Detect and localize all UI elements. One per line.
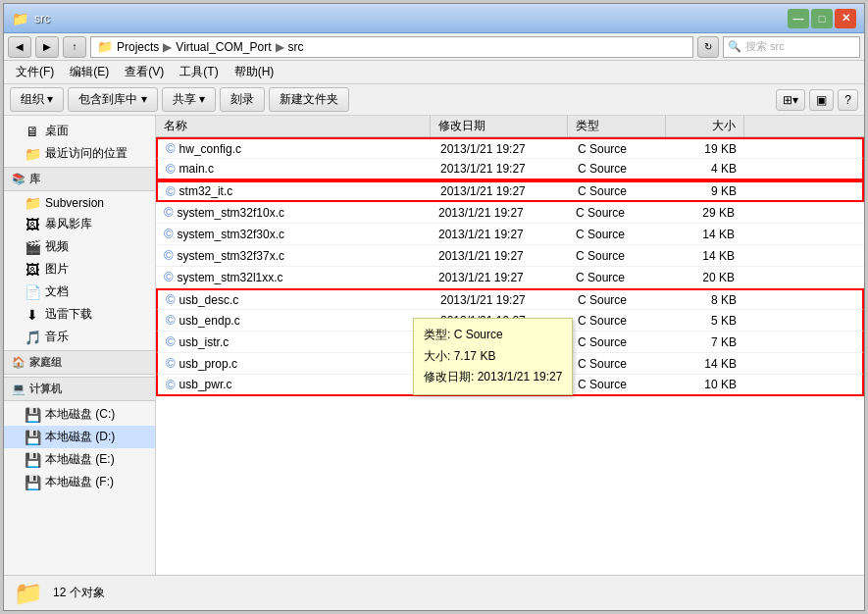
docs-icon: 📄	[26, 285, 39, 299]
sep2: ▶	[276, 40, 284, 54]
sidebar-item-diskd[interactable]: 💾 本地磁盘 (D:)	[4, 426, 155, 448]
menu-tools[interactable]: 工具(T)	[172, 62, 226, 82]
table-row[interactable]: © system_stm32l1xx.c 2013/1/21 19:27 C S…	[156, 267, 864, 288]
sidebar-item-xunlei[interactable]: ⬇ 迅雷下载	[4, 303, 155, 326]
new-folder-label: 新建文件夹	[280, 91, 338, 108]
table-row[interactable]: © main.c 2013/1/21 19:27 C Source 4 KB	[156, 159, 864, 180]
search-icon: 🔍	[728, 40, 741, 53]
file-cell-size: 5 KB	[668, 314, 746, 328]
path-projects[interactable]: Projects	[117, 40, 159, 54]
sidebar-diskf-label: 本地磁盘 (F:)	[45, 474, 114, 490]
homegroup-label: 家庭组	[29, 355, 62, 370]
tooltip-type: 类型: C Source	[424, 325, 562, 346]
file-cell-size: 14 KB	[666, 249, 744, 263]
file-cell-size: 10 KB	[668, 378, 746, 391]
filelist-scroll[interactable]: © hw_config.c 2013/1/21 19:27 C Source 1…	[156, 137, 864, 575]
recent-icon: 📁	[26, 147, 39, 161]
path-virtualcomport[interactable]: Virtual_COM_Port	[176, 40, 271, 54]
sidebar-item-music[interactable]: 🎵 音乐	[4, 326, 155, 348]
back-button[interactable]: ◀	[8, 36, 31, 58]
table-row[interactable]: © usb_endp.c 2013/1/21 19:27 C Source 5 …	[156, 310, 864, 332]
explorer-window: 📁 src — □ ✕ ◀ ▶ ↑ 📁 Projects ▶ Virtual_C…	[3, 3, 865, 611]
file-cell-date: 2013/1/21 19:27	[433, 162, 570, 176]
library-icon: 📚	[12, 173, 26, 185]
toolbar: 组织 ▾ 包含到库中 ▾ 共享 ▾ 刻录 新建文件夹 ⊞▾ ▣ ?	[4, 84, 864, 116]
folder-icon: 📁	[12, 11, 28, 26]
sidebar-desktop-label: 桌面	[45, 123, 69, 139]
sidebar-item-subversion[interactable]: 📁 Subversion	[4, 193, 155, 213]
col-header-date[interactable]: 修改日期	[431, 116, 568, 136]
menu-view[interactable]: 查看(V)	[117, 62, 172, 82]
file-name: usb_prop.c	[179, 357, 237, 371]
c-file-icon: ©	[166, 378, 176, 392]
new-folder-button[interactable]: 新建文件夹	[269, 87, 349, 112]
table-row[interactable]: © stm32_it.c 2013/1/21 19:27 C Source 9 …	[156, 180, 864, 202]
file-cell-date: 2013/1/21 19:27	[431, 249, 568, 263]
col-header-size[interactable]: 大小	[666, 116, 744, 136]
file-name: usb_istr.c	[179, 335, 230, 349]
library-label: 库	[29, 172, 40, 186]
sidebar-item-desktop[interactable]: 🖥 桌面	[4, 120, 155, 142]
diske-icon: 💾	[26, 453, 39, 467]
sidebar-video-label: 视频	[45, 238, 69, 255]
sidebar-item-diskc[interactable]: 💾 本地磁盘 (C:)	[4, 403, 155, 426]
file-cell-type: C Source	[570, 357, 668, 371]
file-cell-name: © system_stm32f37x.c	[156, 248, 431, 263]
minimize-button[interactable]: —	[788, 9, 809, 28]
maximize-button[interactable]: □	[811, 9, 833, 28]
sep1: ▶	[163, 40, 172, 54]
sidebar-item-recent[interactable]: 📁 最近访问的位置	[4, 142, 155, 165]
path-src[interactable]: src	[288, 40, 304, 54]
table-row[interactable]: © hw_config.c 2013/1/21 19:27 C Source 1…	[156, 137, 864, 159]
file-name: usb_endp.c	[179, 314, 240, 328]
table-row[interactable]: © system_stm32f37x.c 2013/1/21 19:27 C S…	[156, 245, 864, 267]
forward-button[interactable]: ▶	[35, 36, 59, 58]
up-button[interactable]: ↑	[63, 36, 86, 58]
sidebar-music-label: 音乐	[45, 329, 69, 345]
sidebar-item-storm[interactable]: 🖼 暴风影库	[4, 213, 155, 235]
burn-button[interactable]: 刻录	[220, 87, 265, 112]
address-path[interactable]: 📁 Projects ▶ Virtual_COM_Port ▶ src	[90, 36, 693, 58]
sidebar-recent-label: 最近访问的位置	[45, 145, 128, 162]
table-row[interactable]: © system_stm32f30x.c 2013/1/21 19:27 C S…	[156, 224, 864, 245]
sidebar-storm-label: 暴风影库	[45, 216, 92, 232]
sidebar-item-diske[interactable]: 💾 本地磁盘 (E:)	[4, 448, 155, 471]
file-cell-type: C Source	[568, 271, 666, 284]
c-file-icon: ©	[166, 141, 176, 156]
close-button[interactable]: ✕	[835, 9, 856, 28]
organize-button[interactable]: 组织 ▾	[10, 87, 64, 112]
menu-edit[interactable]: 编辑(E)	[62, 62, 117, 82]
view-toggle-button[interactable]: ⊞▾	[776, 89, 805, 111]
filelist-header: 名称 修改日期 类型 大小	[156, 116, 864, 137]
table-row[interactable]: © system_stm32f10x.c 2013/1/21 19:27 C S…	[156, 202, 864, 224]
file-cell-name: © system_stm32f10x.c	[156, 205, 431, 220]
table-row[interactable]: © usb_desc.c 2013/1/21 19:27 C Source 8 …	[156, 288, 864, 310]
c-file-icon: ©	[166, 184, 176, 199]
file-cell-size: 4 KB	[668, 162, 746, 176]
sidebar-subversion-label: Subversion	[45, 196, 104, 210]
filelist-area: 名称 修改日期 类型 大小 © hw_config.c 2013/1/21 19…	[156, 116, 864, 575]
sidebar-item-video[interactable]: 🎬 视频	[4, 235, 155, 258]
file-name: stm32_it.c	[179, 184, 233, 198]
col-header-type[interactable]: 类型	[568, 116, 666, 136]
pane-toggle-button[interactable]: ▣	[809, 89, 834, 111]
share-button[interactable]: 共享 ▾	[162, 87, 216, 112]
col-header-name[interactable]: 名称	[156, 116, 431, 136]
menu-help[interactable]: 帮助(H)	[227, 62, 282, 82]
sidebar-item-diskf[interactable]: 💾 本地磁盘 (F:)	[4, 471, 155, 493]
sidebar-item-docs[interactable]: 📄 文档	[4, 281, 155, 303]
sidebar-group-computer: 💻 计算机	[4, 377, 155, 401]
file-cell-type: C Source	[568, 206, 666, 220]
menu-file[interactable]: 文件(F)	[8, 62, 62, 82]
status-count: 12 个对象	[53, 585, 105, 601]
burn-label: 刻录	[230, 91, 254, 108]
sidebar-xunlei-label: 迅雷下载	[45, 306, 92, 323]
sidebar-item-pictures[interactable]: 🖼 图片	[4, 258, 155, 281]
file-cell-name: © main.c	[158, 162, 433, 177]
include-library-button[interactable]: 包含到库中 ▾	[68, 87, 157, 112]
search-box[interactable]: 🔍 搜索 src	[723, 36, 860, 58]
refresh-button[interactable]: ↻	[697, 36, 719, 58]
file-cell-size: 7 KB	[668, 335, 746, 349]
help-button[interactable]: ?	[838, 89, 858, 111]
c-file-icon: ©	[166, 356, 176, 371]
